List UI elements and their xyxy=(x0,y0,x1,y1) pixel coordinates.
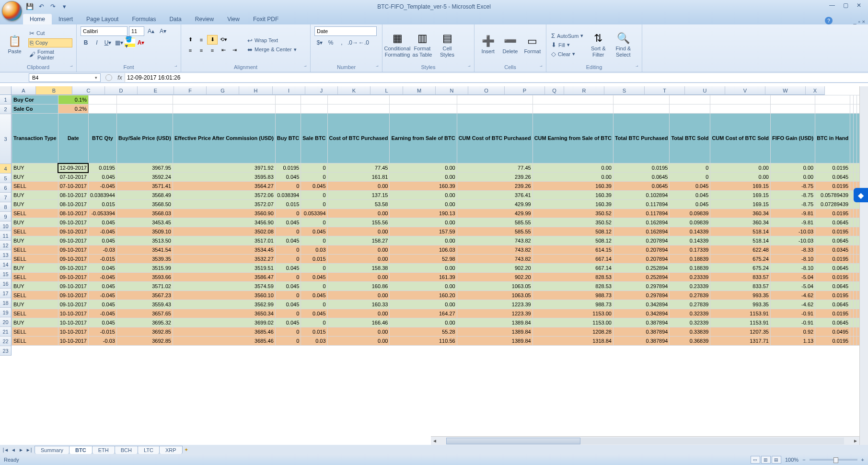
sort-filter-button[interactable]: ⇅Sort & Filter xyxy=(587,26,609,63)
column-header[interactable]: H xyxy=(239,86,273,95)
page-break-view-button[interactable]: ▤ xyxy=(772,456,781,464)
increase-indent-button[interactable]: ⇥ xyxy=(229,46,240,55)
row-header[interactable]: 6 xyxy=(0,183,12,193)
table-row[interactable]: BUY09-10-20170.0453513.503517.010.045015… xyxy=(12,236,868,245)
number-format-select[interactable] xyxy=(314,26,377,36)
column-header[interactable]: W xyxy=(765,86,806,95)
sheet-tab-xrp[interactable]: XRP xyxy=(159,446,183,454)
column-header[interactable]: L xyxy=(370,86,403,95)
delete-cells-button[interactable]: ➖Delete xyxy=(500,26,520,63)
table-row[interactable]: BUY09-10-20170.0453559.433562.990.045016… xyxy=(12,300,868,309)
align-right-button[interactable]: ≡ xyxy=(207,46,218,55)
tab-data[interactable]: Data xyxy=(162,14,188,24)
fill-color-button[interactable]: 🪣▾ xyxy=(125,38,135,47)
ribbon-restore-icon[interactable]: ▫ xyxy=(858,19,860,24)
sheet-tab-summary[interactable]: Summary xyxy=(35,446,69,454)
column-header[interactable]: G xyxy=(207,86,239,95)
cut-button[interactable]: ✂Cut xyxy=(28,29,72,37)
row-header[interactable]: 2 xyxy=(0,105,12,114)
row-header[interactable]: 8 xyxy=(0,202,12,212)
row-header[interactable]: 7 xyxy=(0,193,12,202)
row-header[interactable]: 9 xyxy=(0,212,12,221)
help-icon[interactable]: ? xyxy=(825,17,833,24)
column-header[interactable]: S xyxy=(604,86,645,95)
qat-dropdown-icon[interactable]: ▾ xyxy=(60,3,68,11)
row-header[interactable]: 11 xyxy=(0,231,12,241)
fill-button[interactable]: ⬇Fill ▾ xyxy=(550,41,584,49)
align-left-button[interactable]: ≡ xyxy=(185,46,196,55)
table-row[interactable]: BUY09-10-20170.0453571.023574.590.045016… xyxy=(12,282,868,291)
tab-formulas[interactable]: Formulas xyxy=(125,14,162,24)
save-icon[interactable]: 💾 xyxy=(26,3,34,11)
format-painter-button[interactable]: 🖌Format Painter xyxy=(28,48,72,61)
column-header[interactable]: P xyxy=(505,86,545,95)
row-header[interactable]: 1 xyxy=(0,95,12,105)
sheet-nav-last-icon[interactable]: ►| xyxy=(25,447,33,453)
currency-button[interactable]: $▾ xyxy=(314,38,325,47)
undo-icon[interactable]: ↶ xyxy=(37,3,45,11)
row-header[interactable]: 12 xyxy=(0,241,12,250)
align-bottom-button[interactable]: ⬇ xyxy=(207,35,218,45)
column-header[interactable]: J xyxy=(305,86,338,95)
find-select-button[interactable]: 🔍Find & Select xyxy=(612,26,634,63)
column-header[interactable]: N xyxy=(436,86,468,95)
table-row[interactable]: SELL09-10-2017-0.033541.543534.4500.030.… xyxy=(12,245,868,255)
decrease-indent-button[interactable]: ⇤ xyxy=(218,46,229,55)
sheet-tab-btc[interactable]: BTC xyxy=(69,446,93,454)
row-header[interactable]: 22 xyxy=(0,337,12,346)
tab-view[interactable]: View xyxy=(220,14,246,24)
select-all-corner[interactable] xyxy=(0,86,12,95)
minimize-button[interactable]: — xyxy=(826,1,838,10)
row-header[interactable]: 4 xyxy=(0,164,12,174)
sheet-nav-prev-icon[interactable]: ◄ xyxy=(10,447,17,453)
format-cells-button[interactable]: ▭Format xyxy=(523,26,542,63)
autosum-button[interactable]: ΣAutoSum ▾ xyxy=(550,32,584,40)
horizontal-scrollbar[interactable]: ◄► xyxy=(431,436,859,445)
row-header[interactable]: 3 xyxy=(0,114,12,164)
column-header[interactable]: V xyxy=(725,86,765,95)
column-header[interactable]: D xyxy=(105,86,138,95)
name-box[interactable]: B4▾ xyxy=(29,73,101,82)
page-layout-view-button[interactable]: ▥ xyxy=(761,456,771,464)
bold-button[interactable]: B xyxy=(81,38,91,47)
maximize-button[interactable]: ▢ xyxy=(839,1,852,10)
worksheet-grid[interactable]: ABCDEFGHIJKLMNOPQRSTUVWX 123456789101112… xyxy=(0,86,868,445)
column-header[interactable]: E xyxy=(138,86,174,95)
table-row[interactable]: SELL10-10-2017-0.0453657.653650.3400.045… xyxy=(12,309,868,318)
merge-center-button[interactable]: ⬌Merge & Center ▾ xyxy=(246,46,298,54)
row-header[interactable]: 18 xyxy=(0,298,12,308)
underline-button[interactable]: U▾ xyxy=(103,38,113,47)
vertical-scrollbar[interactable] xyxy=(859,86,868,445)
table-row[interactable]: SELL10-10-2017-0.0153692.853685.4600.015… xyxy=(12,327,868,337)
tab-review[interactable]: Review xyxy=(188,14,220,24)
font-name-select[interactable] xyxy=(81,26,127,36)
wrap-text-button[interactable]: ↩Wrap Text xyxy=(246,36,298,45)
sheet-nav-first-icon[interactable]: |◄ xyxy=(2,447,10,453)
office-button[interactable] xyxy=(2,1,22,21)
table-row[interactable]: BUY07-10-20170.0453592.243595.830.045016… xyxy=(12,173,868,182)
percent-button[interactable]: % xyxy=(325,38,336,47)
column-header[interactable]: Q xyxy=(545,86,564,95)
normal-view-button[interactable]: ▭ xyxy=(751,456,760,464)
column-header[interactable]: K xyxy=(338,86,370,95)
new-sheet-icon[interactable]: ✦ xyxy=(184,447,188,453)
row-header[interactable]: 17 xyxy=(0,289,12,298)
zoom-level[interactable]: 100% xyxy=(785,457,799,463)
insert-cells-button[interactable]: ➕Insert xyxy=(478,26,498,63)
row-header[interactable]: 5 xyxy=(0,174,12,183)
fx-cancel-icon[interactable] xyxy=(105,74,112,81)
ribbon-close-icon[interactable]: × xyxy=(862,19,865,24)
comma-button[interactable]: , xyxy=(336,38,347,47)
table-row[interactable]: SELL07-10-2017-0.0453571.413564.2700.045… xyxy=(12,182,868,191)
row-header[interactable]: 21 xyxy=(0,327,12,337)
align-top-button[interactable]: ⬆ xyxy=(185,35,196,45)
tab-insert[interactable]: Insert xyxy=(52,14,80,24)
column-header[interactable]: A xyxy=(12,86,36,95)
zoom-in-button[interactable]: + xyxy=(861,457,864,463)
column-header[interactable]: C xyxy=(72,86,105,95)
italic-button[interactable]: I xyxy=(92,38,102,47)
row-header[interactable]: 14 xyxy=(0,260,12,269)
font-size-select[interactable] xyxy=(129,26,144,36)
tab-home[interactable]: Home xyxy=(23,14,52,24)
column-header[interactable]: M xyxy=(403,86,436,95)
